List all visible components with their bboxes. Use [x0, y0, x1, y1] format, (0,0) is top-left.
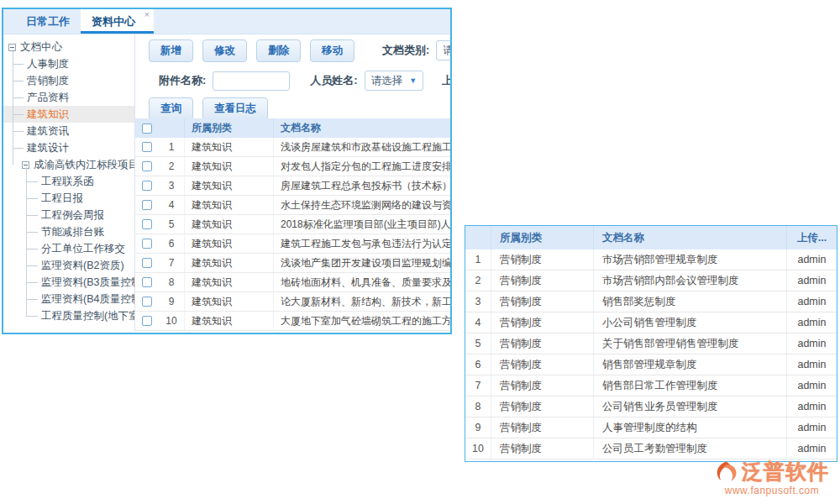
table-row[interactable]: 3 建筑知识 房屋建筑工程总承包投标书（技术标）...: [135, 176, 450, 196]
tree-node-daily-report[interactable]: 工程日报: [3, 190, 134, 207]
row-checkbox[interactable]: [142, 161, 152, 171]
tree-tick: [26, 299, 38, 300]
tree-node-project-letter[interactable]: 工程联系函: [3, 173, 134, 190]
tree-node-energy-saving[interactable]: 节能减排台账: [3, 223, 134, 240]
doc-category-select[interactable]: 请选择 ▼: [436, 40, 450, 60]
tree-tick: [26, 215, 38, 216]
tree-node-supervision-b3[interactable]: 监理资料(B3质量控制): [3, 274, 134, 291]
document-list-pane: 新增 修改 删除 移动 文档类别: 请选择 ▼ 文档 附件名称: 人员姓名: 请…: [135, 34, 450, 331]
collapse-icon[interactable]: [8, 44, 16, 51]
edit-button[interactable]: 修改: [202, 39, 247, 62]
tree-node-label: 建筑设计: [27, 141, 69, 155]
tree-tick: [26, 282, 38, 283]
seq-column-header: [465, 226, 491, 249]
table-row[interactable]: 8 建筑知识 地砖地面材料、机具准备、质量要求及...: [135, 273, 450, 292]
tree-node-chengyu-project[interactable]: 成渝高铁内江标段项目: [3, 156, 134, 173]
table-row[interactable]: 10 营销制度 公司员工考勤管理制度 admin: [465, 438, 837, 459]
tree-node-label: 节能减排台账: [41, 225, 104, 239]
person-name-select[interactable]: 请选择 ▼: [365, 71, 423, 91]
tree-node-document-center[interactable]: 文档中心: [3, 39, 134, 55]
category-tree: 文档中心 人事制度 营销制度 产品资料 建筑知识 建筑资讯: [3, 34, 135, 331]
query-button[interactable]: 查询: [149, 97, 193, 120]
table-row[interactable]: 6 建筑知识 建筑工程施工发包与承包违法行为认定...: [135, 234, 450, 254]
tree-node-label: 工程联系函: [41, 175, 94, 189]
name-column-header: 文档名称: [593, 226, 786, 249]
table-row[interactable]: 7 营销制度 销售部日常工作管理制度 admin: [465, 375, 837, 396]
tree-tick: [13, 64, 24, 65]
person-name-value: 请选择: [371, 74, 403, 88]
tree-node-construction-design[interactable]: 建筑设计: [3, 139, 134, 156]
table-row[interactable]: 9 建筑知识 论大厦新材料、新结构、新技术，新工...: [135, 292, 450, 312]
tree-tick: [13, 81, 24, 81]
row-checkbox[interactable]: [142, 297, 152, 307]
tree-tick: [13, 131, 24, 132]
table-row[interactable]: 9 营销制度 人事管理制度的结构 admin: [465, 417, 837, 438]
table-row[interactable]: 7 建筑知识 浅谈地产集团开发建设项目监理规划编...: [135, 254, 450, 273]
tree-node-label: 文档中心: [20, 40, 62, 55]
tree-node-label: 产品资料: [27, 91, 69, 105]
row-checkbox[interactable]: [142, 277, 152, 287]
documents-table: 所属别类 文档名称 1 建筑知识 浅谈房屋建筑和市政基础设施工程施工... 2 …: [135, 118, 450, 331]
tree-tick: [13, 114, 24, 115]
tree-tick: [26, 316, 38, 317]
move-button[interactable]: 移动: [310, 39, 354, 62]
document-center-window: 日常工作 资料中心 × 文档中心 人事制度 营销制度 产品资料: [2, 8, 452, 334]
table-row[interactable]: 10 建筑知识 大厦地下室加气砼墙砌筑工程的施工方...: [135, 312, 450, 331]
tree-node-hr-policy[interactable]: 人事制度: [3, 55, 134, 72]
tree-node-label: 监理资料(B2资质): [41, 259, 124, 273]
delete-button[interactable]: 删除: [256, 39, 301, 62]
tree-tick: [13, 148, 24, 149]
table-row[interactable]: 2 建筑知识 对发包人指定分包的工程施工进度安排...: [135, 157, 450, 176]
tree-node-product-data[interactable]: 产品资料: [3, 89, 134, 106]
tab-bar: 日常工作 资料中心 ×: [3, 9, 450, 34]
table-row[interactable]: 4 营销制度 小公司销售管理制度 admin: [465, 312, 837, 333]
tree-node-quality-basement[interactable]: 工程质量控制(地下室): [3, 307, 134, 324]
category-column-header: 所属别类: [184, 118, 273, 138]
row-checkbox[interactable]: [142, 239, 152, 249]
table-row[interactable]: 4 建筑知识 水土保持生态环境监测网络的建设与资...: [135, 196, 450, 215]
view-log-button[interactable]: 查看日志: [202, 97, 268, 120]
chevron-down-icon: ▼: [409, 76, 417, 85]
brand-url: www.fanpusoft.com: [725, 485, 820, 496]
marketing-documents-window: 所属别类 文档名称 上传... 1 营销制度 市场营销部管理规章制度 admin…: [465, 225, 837, 462]
tab-daily-work[interactable]: 日常工作: [15, 9, 81, 34]
seq-column-header: [159, 118, 184, 138]
tree-node-construction-knowledge[interactable]: 建筑知识: [3, 106, 134, 123]
table-row[interactable]: 1 建筑知识 浅谈房屋建筑和市政基础设施工程施工...: [135, 138, 450, 157]
select-all-checkbox[interactable]: [142, 123, 152, 134]
close-icon[interactable]: ×: [144, 10, 150, 19]
tree-node-label: 工程质量控制(地下室): [41, 309, 135, 323]
add-button[interactable]: 新增: [149, 39, 193, 62]
table-row[interactable]: 3 营销制度 销售部奖惩制度 admin: [465, 291, 837, 312]
table-row[interactable]: 6 营销制度 销售部管理规章制度 admin: [465, 354, 837, 375]
tree-node-supervision-b4[interactable]: 监理资料(B4质量控制): [3, 291, 134, 307]
table-header-row: 所属别类 文档名称: [135, 118, 450, 138]
table-row[interactable]: 1 营销制度 市场营销部管理规章制度 admin: [465, 249, 837, 270]
table-header-row: 所属别类 文档名称 上传...: [465, 226, 837, 249]
tree-node-work-transfer[interactable]: 分工单位工作移交: [3, 240, 134, 257]
row-checkbox[interactable]: [142, 258, 152, 268]
tree-node-weekly-meeting[interactable]: 工程例会周报: [3, 207, 134, 223]
tree-node-marketing-policy[interactable]: 营销制度: [3, 72, 134, 89]
brand-icon: [715, 460, 740, 484]
tab-data-center[interactable]: 资料中心 ×: [81, 9, 154, 34]
attachment-name-input[interactable]: [213, 71, 290, 91]
tree-node-label: 监理资料(B3质量控制): [41, 276, 135, 290]
tree-node-supervision-b2[interactable]: 监理资料(B2资质): [3, 257, 134, 274]
doc-category-value: 请选择: [443, 44, 450, 58]
row-checkbox[interactable]: [142, 181, 152, 191]
tab-data-center-label: 资料中心: [92, 15, 135, 28]
table-row[interactable]: 5 建筑知识 2018标准化监理项目部(业主项目部)人员...: [135, 215, 450, 234]
row-checkbox[interactable]: [142, 316, 152, 326]
table-row[interactable]: 5 营销制度 关于销售部管理销售管理制度 admin: [465, 333, 837, 354]
category-column-header: 所属别类: [491, 226, 593, 249]
tree-node-label: 工程例会周报: [41, 208, 104, 223]
tree-node-label: 成渝高铁内江标段项目: [34, 158, 135, 172]
table-row[interactable]: 2 营销制度 市场营销部内部会议管理制度 admin: [465, 270, 837, 291]
row-checkbox[interactable]: [142, 219, 152, 229]
tree-node-label: 监理资料(B4质量控制): [41, 292, 135, 307]
row-checkbox[interactable]: [142, 142, 152, 152]
row-checkbox[interactable]: [142, 200, 152, 210]
table-row[interactable]: 8 营销制度 公司销售业务员管理制度 admin: [465, 396, 837, 417]
tree-node-construction-news[interactable]: 建筑资讯: [3, 123, 134, 139]
